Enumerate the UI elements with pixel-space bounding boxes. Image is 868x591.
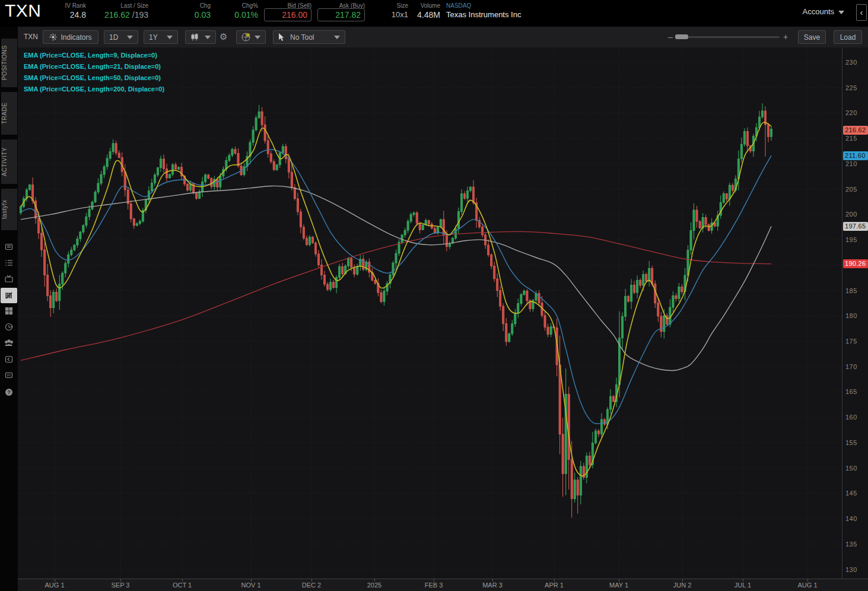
sidebar-tv-button[interactable] xyxy=(2,272,16,285)
chg-label: Chg xyxy=(178,2,211,9)
price-axis-label: 195 xyxy=(845,236,857,243)
price-axis-label: 175 xyxy=(845,338,857,345)
bid-field: Bid (Sell) 216.00 xyxy=(264,0,311,27)
company-name: Texas Instruments Inc xyxy=(446,10,521,19)
chgpct-value: 0.01% xyxy=(225,10,258,20)
volume-field: Volume 4.48M xyxy=(413,0,440,27)
replay-icon xyxy=(4,354,14,364)
cursor-icon xyxy=(278,33,285,42)
price-axis-label: 165 xyxy=(845,388,857,395)
accounts-label: Accounts xyxy=(803,7,834,16)
fi-icon: FI xyxy=(4,370,14,380)
indicators-button[interactable]: Indicators xyxy=(43,30,98,44)
sidebar-tab-tastyfx[interactable]: tastyfx xyxy=(1,189,17,230)
range-value: 1Y xyxy=(149,33,158,42)
company-field: NASDAQ Texas Instruments Inc xyxy=(446,0,577,27)
chart-settings-gear-icon[interactable]: ⚙ xyxy=(220,32,227,42)
bid-button[interactable]: 216.00 xyxy=(264,8,311,21)
price-marker-190.26: 190.26 xyxy=(843,259,868,268)
price-axis-label: 160 xyxy=(845,414,857,421)
price-axis-label: 200 xyxy=(845,211,857,218)
zoom-out-button[interactable]: – xyxy=(668,32,673,42)
save-button[interactable]: Save xyxy=(798,30,826,44)
size-value: 10x1 xyxy=(386,10,408,19)
accounts-dropdown[interactable]: Accounts xyxy=(803,7,844,16)
sidebar-replay-button[interactable] xyxy=(2,352,16,366)
ask-button[interactable]: 217.82 xyxy=(317,8,365,21)
help-icon: ? xyxy=(4,387,14,397)
sidebar-apps-grid-button[interactable] xyxy=(2,304,16,317)
history-icon xyxy=(4,322,14,332)
time-axis-label: MAY 1 xyxy=(601,582,637,589)
sidebar-traders-button[interactable] xyxy=(2,336,16,349)
sidebar-help-button[interactable]: ? xyxy=(2,386,16,399)
trading-app-window: TXN IV Rank 24.8 Last / Size 216.62 /193… xyxy=(0,0,868,591)
toolbar-symbol: TXN xyxy=(24,33,38,41)
sidebar-tab-trade[interactable]: TRADE xyxy=(1,92,17,135)
exchange-label: NASDAQ xyxy=(446,2,471,9)
timeframe-dropdown[interactable]: 1D xyxy=(104,30,138,44)
price-chart[interactable]: EMA (Price=CLOSE, Length=9, Displace=0)E… xyxy=(18,47,842,579)
price-axis-label: 155 xyxy=(845,439,857,446)
time-axis-label: APR 1 xyxy=(536,582,572,589)
time-axis-label: JUN 2 xyxy=(664,582,700,589)
zoom-slider-track[interactable] xyxy=(675,36,780,38)
time-axis-label: 2025 xyxy=(357,582,392,589)
tool-dropdown[interactable]: No Tool xyxy=(273,30,345,44)
watchlist-icon xyxy=(4,258,14,268)
indicators-label: Indicators xyxy=(61,33,91,42)
price-axis-label: 210 xyxy=(845,160,857,167)
time-axis-label: JUL 1 xyxy=(725,582,761,589)
chart-toolbar: TXN Indicators 1D 1Y xyxy=(18,27,868,47)
traders-icon xyxy=(4,338,14,348)
apps-grid-icon xyxy=(4,306,14,316)
price-axis-label: 170 xyxy=(845,363,857,370)
last-size-field: Last / Size 216.62 /193 xyxy=(92,0,148,27)
quote-header: TXN IV Rank 24.8 Last / Size 216.62 /193… xyxy=(0,0,868,27)
time-axis-label: AUG 1 xyxy=(790,582,825,589)
time-axis-label: OCT 1 xyxy=(164,582,200,589)
collapse-panel-button[interactable]: ‹ xyxy=(856,4,867,21)
time-axis-label: FEB 3 xyxy=(416,582,452,589)
volume-label: Volume xyxy=(413,2,440,9)
sidebar-tab-positions[interactable]: POSITIONS xyxy=(1,39,17,87)
legend-line-1: EMA (Price=CLOSE, Length=21, Displace=0) xyxy=(24,61,164,72)
legend-line-2: SMA (Price=CLOSE, Length=50, Displace=0) xyxy=(24,72,164,84)
chevron-down-icon xyxy=(255,36,260,39)
last-size-label: Last / Size xyxy=(92,2,148,9)
chevron-down-icon xyxy=(167,36,173,39)
sidebar-ledger-button[interactable] xyxy=(2,240,16,253)
chevron-down-icon xyxy=(205,36,211,39)
sidebar-chart-button[interactable] xyxy=(1,288,17,303)
time-axis-label: AUG 1 xyxy=(37,582,72,589)
timeframe-value: 1D xyxy=(109,33,118,42)
sidebar-fi-button[interactable]: FI xyxy=(2,368,16,382)
time-axis[interactable]: AUG 1SEP 3OCT 1NOV 1DEC 22025FEB 3MAR 3A… xyxy=(18,579,868,591)
layout-dropdown[interactable] xyxy=(236,30,266,44)
sidebar-history-button[interactable] xyxy=(2,320,16,333)
sidebar-tab-activity[interactable]: ACTIVITY xyxy=(1,139,17,184)
time-axis-label: MAR 3 xyxy=(475,582,510,589)
indicator-legend: EMA (Price=CLOSE, Length=9, Displace=0)E… xyxy=(24,50,164,95)
iv-rank-field: IV Rank 24.8 xyxy=(36,0,86,27)
sidebar-watchlist-button[interactable] xyxy=(2,256,16,269)
time-axis-label: NOV 1 xyxy=(233,582,269,589)
candlestick-plot xyxy=(18,47,842,579)
ask-field: Ask (Buy) 217.82 xyxy=(317,0,365,27)
price-axis-label: 185 xyxy=(845,287,857,294)
price-axis-label: 145 xyxy=(845,490,857,497)
size-field: Size 10x1 xyxy=(386,0,408,27)
zoom-slider-handle[interactable] xyxy=(675,34,688,39)
price-marker-197.65: 197.65 xyxy=(843,222,868,231)
iv-rank-label: IV Rank xyxy=(36,2,86,9)
price-axis-label: 230 xyxy=(845,59,857,66)
price-axis-label: 180 xyxy=(845,312,857,319)
zoom-in-button[interactable]: + xyxy=(783,32,788,42)
price-axis[interactable]: 1301351401451501551601651701751801851901… xyxy=(842,47,868,579)
chgpct-label: Chg% xyxy=(225,2,258,9)
indicators-icon xyxy=(49,33,57,41)
price-axis-label: 225 xyxy=(845,84,857,91)
load-button[interactable]: Load xyxy=(834,30,862,44)
range-dropdown[interactable]: 1Y xyxy=(144,30,178,44)
chart-type-dropdown[interactable] xyxy=(185,30,216,44)
